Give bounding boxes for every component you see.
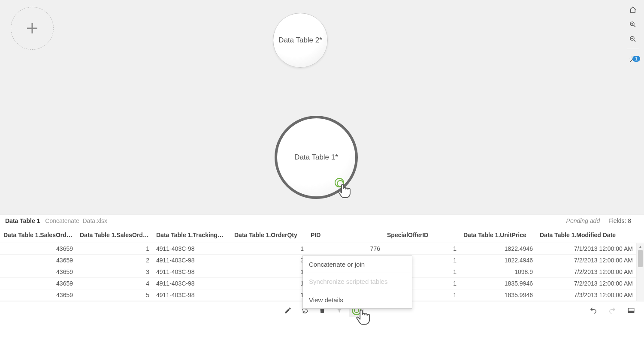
cell: 7/3/2013 12:00:00 AM [536, 289, 636, 301]
cell: 43659 [0, 255, 76, 266]
node-data-table-2[interactable]: Data Table 2* [273, 13, 328, 68]
table-row[interactable]: 4365914911-403C-98177611822.49467/1/2013… [0, 243, 644, 255]
header-row: Data Table 1.SalesOrderID Data Table 1.S… [0, 227, 644, 243]
cell: 7/2/2013 12:00:00 AM [536, 255, 636, 266]
cell: 7/1/2013 12:00:00 AM [536, 243, 636, 255]
cell: 1 [231, 278, 307, 289]
cell: 4 [76, 278, 153, 289]
context-menu: Concatenate or join Synchronize scripted… [302, 256, 412, 309]
suggestions-badge: 1 [632, 56, 640, 62]
cell: 1822.4946 [460, 255, 536, 266]
scroll-up-icon[interactable]: ▲ [637, 243, 644, 250]
cell: 7/2/2013 12:00:00 AM [536, 278, 636, 289]
cell: 4911-403C-98 [153, 289, 231, 301]
table-source-file: Concatenate_Data.xlsx [45, 217, 107, 224]
suggestions-icon[interactable]: 1 [628, 54, 638, 64]
col-header[interactable]: Data Table 1.SalesOrder... [76, 227, 153, 243]
menu-synchronize-scripted-tables: Synchronize scripted tables [303, 273, 412, 290]
col-header[interactable]: SpecialOfferID [384, 227, 460, 243]
col-header[interactable]: Data Table 1.Modified Date [536, 227, 636, 243]
cell: 776 [307, 243, 384, 255]
right-tool-rail: 1 [627, 5, 639, 64]
cell: 1835.9946 [460, 289, 536, 301]
plus-icon [24, 21, 40, 36]
cell: 4911-403C-98 [153, 278, 231, 289]
table-name: Data Table 1 [5, 217, 40, 224]
zoom-in-icon[interactable] [628, 20, 638, 29]
cell: 4911-403C-98 [153, 243, 231, 255]
panel-toggle-icon[interactable] [623, 304, 639, 317]
edit-icon[interactable] [280, 304, 296, 317]
svg-rect-3 [628, 310, 634, 313]
cell: 1 [76, 243, 153, 255]
home-icon[interactable] [628, 5, 638, 15]
cell: 2 [76, 255, 153, 266]
redo-icon [605, 304, 620, 317]
cell: 1098.9 [460, 266, 536, 278]
col-header[interactable]: PID [307, 227, 384, 243]
zoom-out-icon[interactable] [628, 34, 638, 44]
scroll-thumb[interactable] [638, 250, 643, 267]
node-data-table-1[interactable]: Data Table 1* [275, 116, 358, 199]
menu-concatenate-or-join[interactable]: Concatenate or join [303, 256, 412, 273]
col-header[interactable]: Data Table 1.UnitPrice [460, 227, 536, 243]
cell: 4911-403C-98 [153, 255, 231, 266]
pending-status: Pending add [566, 217, 600, 224]
cell: 1 [231, 289, 307, 301]
col-header[interactable]: Data Table 1.SalesOrderID [0, 227, 76, 243]
fields-count: Fields: 8 [608, 217, 631, 224]
menu-view-details[interactable]: View details [303, 290, 412, 308]
cell: 43659 [0, 289, 76, 301]
cell: 4911-403C-98 [153, 266, 231, 278]
cell: 3 [76, 266, 153, 278]
cell: 1 [384, 243, 460, 255]
table-info-bar: Data Table 1 Concatenate_Data.xlsx Pendi… [0, 214, 644, 227]
col-header[interactable]: Data Table 1.OrderQty [231, 227, 307, 243]
node-label: Data Table 2* [278, 36, 322, 45]
vertical-scrollbar[interactable]: ▲ [636, 243, 644, 301]
cell: 1835.9946 [460, 278, 536, 289]
separator [627, 49, 639, 49]
cell: 43659 [0, 278, 76, 289]
cell: 1 [231, 243, 307, 255]
canvas-area[interactable]: Data Table 2* Data Table 1* 1 [0, 0, 644, 214]
cell: 43659 [0, 243, 76, 255]
cell: 5 [76, 289, 153, 301]
cell: 7/2/2013 12:00:00 AM [536, 266, 636, 278]
cell: 1822.4946 [460, 243, 536, 255]
cell: 1 [231, 266, 307, 278]
undo-icon[interactable] [586, 304, 601, 317]
add-source-button[interactable] [11, 7, 54, 50]
node-label: Data Table 1* [294, 153, 338, 162]
cell: 43659 [0, 266, 76, 278]
col-header[interactable]: Data Table 1.TrackingNum... [153, 227, 231, 243]
cell: 3 [231, 255, 307, 266]
